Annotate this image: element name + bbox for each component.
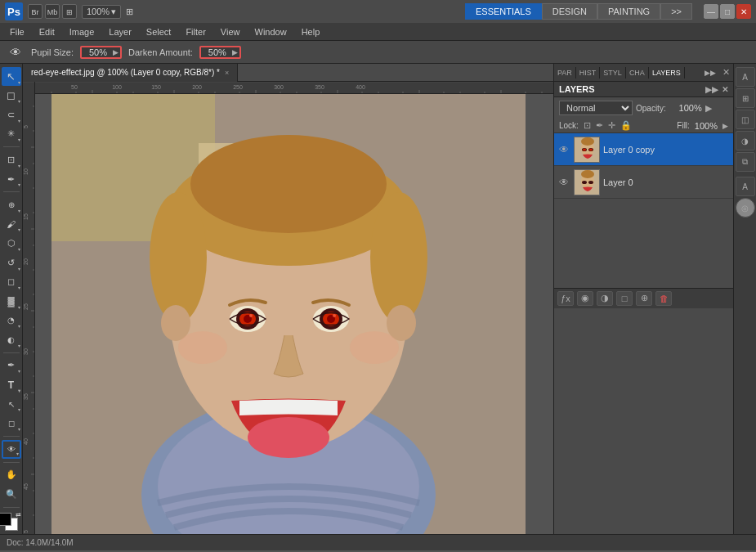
layer-group-button[interactable]: □ [616,291,633,306]
foreground-color-swatch[interactable] [0,513,11,526]
far-right-btn-7[interactable]: ◎ [736,198,755,218]
tool-red-eye[interactable]: 👁▾ [2,440,21,459]
screen-mode-icon[interactable]: ⊞ [62,4,77,19]
darken-amount-input[interactable] [203,47,232,57]
tool-marquee[interactable]: ◻▾ [2,87,21,105]
tool-blur[interactable]: ◔▾ [2,312,21,330]
far-right-btn-2[interactable]: ⊞ [736,88,755,108]
layer-0-copy-thumbnail [574,137,600,163]
tool-dodge[interactable]: ◐▾ [2,330,21,349]
panel-tab-layers[interactable]: LAYERS [649,67,685,79]
tool-zoom[interactable]: 🔍 [2,485,21,504]
far-right-btn-1[interactable]: A [736,67,755,87]
tool-magic-wand[interactable]: ✳▾ [2,125,21,144]
far-right-btn-3[interactable]: ◫ [736,110,755,129]
fill-arrow[interactable]: ▶ [722,122,728,130]
panel-tab-close[interactable]: ✕ [719,65,733,79]
close-tab-button[interactable]: × [225,69,229,77]
tool-clone[interactable]: ⬡▾ [2,234,21,253]
pupil-size-input[interactable] [83,47,113,57]
tool-pen[interactable]: ✒▾ [2,357,21,375]
menu-window[interactable]: Window [248,25,293,38]
layers-close-icon[interactable]: ✕ [722,85,728,94]
workspace-essentials[interactable]: ESSENTIALS [465,3,542,20]
svg-text:40: 40 [23,438,29,445]
panel-tab-expand[interactable]: ▶▶ [701,67,719,79]
workspace-design[interactable]: DESIGN [542,3,597,20]
panel-tab-cha[interactable]: CHA [626,67,649,79]
zoom-control[interactable]: 100% ▾ [82,5,121,19]
svg-point-107 [582,181,587,184]
document-tab[interactable]: red-eye-effect.jpg @ 100% (Layer 0 copy,… [23,64,238,82]
lock-pixels-icon[interactable]: ✒ [596,120,603,130]
lock-transparent-icon[interactable]: ⊡ [584,120,591,130]
menu-view[interactable]: View [214,25,247,38]
menu-help[interactable]: Help [295,25,327,38]
workspace-more[interactable]: >> [660,3,692,20]
close-button[interactable]: ✕ [736,4,751,19]
svg-point-99 [581,137,594,146]
layer-item-0[interactable]: 👁 Layer 0 [554,166,733,199]
tool-shape[interactable]: ◻▾ [2,414,21,433]
menu-filter[interactable]: Filter [179,25,212,38]
vertical-ruler: 5 10 15 20 25 30 35 40 45 5 [23,82,35,534]
blend-mode-select[interactable]: Normal Multiply Screen Overlay [559,101,633,115]
menu-layer[interactable]: Layer [102,25,138,38]
pupil-size-arrow[interactable]: ▶ [113,48,119,56]
tool-history-brush[interactable]: ↺▾ [2,254,21,272]
tool-lasso[interactable]: ⊂▾ [2,105,21,124]
layers-expand-icon[interactable]: ▶▶ [705,85,718,94]
layer-0-visibility[interactable]: 👁 [557,177,570,188]
layer-0-copy-visibility[interactable]: 👁 [557,144,570,155]
tool-brush[interactable]: 🖌▾ [2,215,21,234]
layer-new-button[interactable]: ⊕ [636,291,652,306]
tool-type[interactable]: T▾ [2,375,21,394]
menu-edit[interactable]: Edit [33,25,61,38]
lock-position-icon[interactable]: ✛ [608,120,615,130]
bridge-icon[interactable]: Br [28,4,42,19]
workspace-painting[interactable]: PAINTING [597,3,660,20]
tool-eraser[interactable]: ◻▾ [2,273,21,292]
ps-icon: Ps [5,2,23,20]
tool-heal[interactable]: ⊕▾ [2,195,21,214]
panel-tab-par[interactable]: PAR [554,67,576,79]
layers-bottom-bar: ƒx ◉ ◑ □ ⊕ 🗑 [554,288,733,308]
layer-adj-button[interactable]: ◑ [597,291,613,306]
tool-arrow[interactable]: ↖▾ [2,67,21,86]
layer-item-0-copy[interactable]: 👁 Layer 0 copy [554,133,733,166]
panel-tab-styl[interactable]: STYL [600,67,626,79]
tool-gradient[interactable]: ▓▾ [2,292,21,311]
svg-text:25: 25 [23,303,29,310]
layer-delete-button[interactable]: 🗑 [655,291,672,306]
svg-text:250: 250 [233,84,243,90]
menu-file[interactable]: File [3,25,31,38]
menu-image[interactable]: Image [63,25,101,38]
layer-0-thumbnail [574,169,600,195]
arrange-icon[interactable]: ⊞ [126,7,133,17]
tab-filename: red-eye-effect.jpg @ 100% (Layer 0 copy,… [31,68,220,77]
titlebar: Ps Br Mb ⊞ 100% ▾ ⊞ ESSENTIALS DESIGN PA… [0,0,756,23]
layer-fx-button[interactable]: ƒx [557,291,574,306]
opacity-arrow[interactable]: ▶ [705,103,712,114]
panel-tab-hist[interactable]: HIST [576,67,601,79]
minimize-button[interactable]: — [704,4,718,19]
svg-text:100: 100 [112,84,122,90]
tool-path-select[interactable]: ↖▾ [2,395,21,414]
menu-select[interactable]: Select [140,25,178,38]
lock-icons: ⊡ ✒ ✛ 🔒 [584,120,634,131]
tool-eyedropper[interactable]: ✒▾ [2,170,21,189]
tool-hand[interactable]: ✋ [2,466,21,485]
photo-canvas[interactable] [35,94,553,534]
far-right-btn-4[interactable]: ◑ [736,131,755,150]
far-right-btn-5[interactable]: ⧉ [736,152,755,172]
tool-crop[interactable]: ⊡▾ [2,150,21,169]
color-swatches[interactable]: ⇄ [2,513,21,534]
layer-mask-button[interactable]: ◉ [577,291,593,306]
darken-amount-arrow[interactable]: ▶ [232,48,238,56]
mini-bridge-icon[interactable]: Mb [45,4,60,19]
tab-bar: red-eye-effect.jpg @ 100% (Layer 0 copy,… [23,64,553,82]
lock-all-icon[interactable]: 🔒 [620,120,632,130]
right-panel: PAR HIST STYL CHA LAYERS ▶▶ ✕ LAYERS ▶▶ … [553,64,733,534]
maximize-button[interactable]: □ [720,4,735,19]
far-right-btn-6[interactable]: A [736,177,755,196]
